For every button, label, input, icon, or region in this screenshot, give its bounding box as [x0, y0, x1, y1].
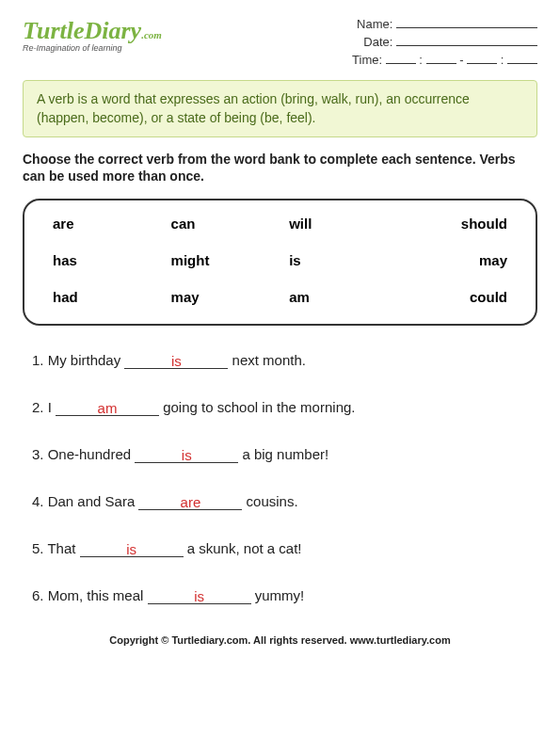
header: TurtleDiary.com Re-Imagination of learni… — [23, 17, 537, 71]
answer-blank[interactable]: is — [135, 446, 238, 463]
answer-text: is — [194, 588, 204, 604]
name-label: Name: — [357, 17, 392, 31]
brand-name: TurtleDiary — [23, 17, 141, 44]
answer-text: is — [182, 447, 192, 463]
bank-word: can — [171, 216, 271, 232]
logo: TurtleDiary.com — [23, 17, 162, 45]
bank-row: are can will should — [53, 216, 507, 232]
definition-box: A verb is a word that expresses an actio… — [23, 80, 537, 137]
time-h2[interactable] — [467, 63, 497, 64]
answer-text: is — [171, 353, 182, 369]
bank-word: are — [53, 216, 152, 232]
date-label: Date: — [363, 35, 392, 49]
question-item: 2. I am going to school in the morning. — [32, 399, 537, 416]
bank-word: should — [408, 216, 507, 232]
bank-word: may — [408, 252, 507, 268]
answer-text: are — [181, 494, 201, 510]
question-item: 3. One-hundred is a big number! — [32, 446, 537, 463]
answer-blank[interactable]: is — [80, 540, 184, 557]
answer-blank[interactable]: is — [124, 352, 228, 369]
answer-blank[interactable]: is — [148, 587, 251, 604]
time-label: Time: — [352, 53, 382, 67]
date-field[interactable] — [396, 45, 537, 46]
bank-word: am — [289, 289, 389, 305]
bank-word: has — [53, 252, 152, 268]
answer-text: am — [98, 400, 118, 416]
word-bank: are can will should has might is may had… — [23, 199, 537, 326]
bank-row: has might is may — [53, 252, 507, 268]
bank-row: had may am could — [53, 289, 507, 305]
question-item: 6. Mom, this meal is yummy! — [32, 587, 537, 604]
student-meta: Name: Date: Time: : - : — [352, 17, 537, 71]
time-m1[interactable] — [426, 63, 456, 64]
bank-word: could — [408, 289, 507, 305]
answer-text: is — [126, 541, 136, 557]
logo-block: TurtleDiary.com Re-Imagination of learni… — [23, 17, 162, 53]
bank-word: is — [289, 252, 389, 268]
bank-word: will — [289, 216, 389, 232]
name-field[interactable] — [396, 27, 537, 28]
brand-suffix: .com — [141, 29, 162, 40]
answer-blank[interactable]: am — [56, 399, 159, 416]
time-h1[interactable] — [386, 63, 416, 64]
answer-blank[interactable]: are — [138, 493, 242, 510]
time-m2[interactable] — [507, 63, 537, 64]
question-item: 1. My birthday is next month. — [32, 352, 537, 369]
bank-word: might — [171, 252, 271, 268]
instructions: Choose the correct verb from the word ba… — [23, 151, 537, 184]
question-item: 5. That is a skunk, not a cat! — [32, 540, 537, 557]
question-item: 4. Dan and Sara are cousins. — [32, 493, 537, 510]
bank-word: had — [53, 289, 152, 305]
bank-word: may — [171, 289, 271, 305]
footer-copyright: Copyright © Turtlediary.com. All rights … — [23, 634, 537, 646]
